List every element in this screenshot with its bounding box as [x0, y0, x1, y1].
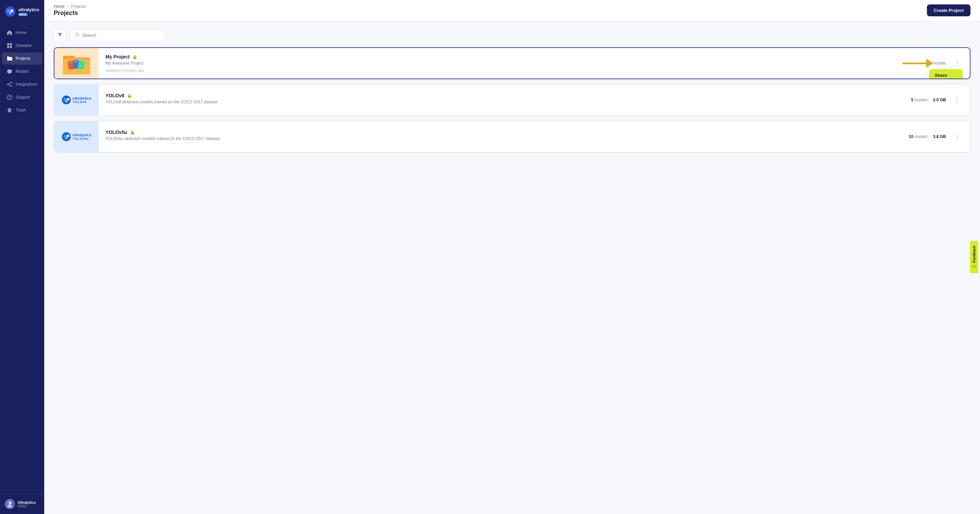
lock-icon-yolov5u: 🔒 — [130, 130, 135, 135]
svg-point-20 — [75, 33, 79, 36]
card-title-row-yolov8: YOLOv8 🔒 — [105, 93, 897, 98]
dropdown-share[interactable]: Share — [929, 69, 963, 79]
more-button-yolov5u[interactable]: ⋮ — [951, 132, 963, 141]
feedback-icon: ☺ — [972, 265, 976, 268]
more-button-my-project[interactable]: ⋮ — [951, 59, 963, 68]
svg-line-13 — [8, 85, 11, 86]
sidebar-item-models[interactable]: Models — [2, 65, 42, 78]
sidebar-item-datasets[interactable]: Datasets — [2, 40, 42, 52]
top-bar: Home > Projects Projects Create Project — [44, 0, 980, 21]
home-icon — [7, 30, 12, 35]
projects-icon — [7, 56, 12, 61]
project-card-yolov5u[interactable]: ultralytics YOLOv5u YOLOv5u 🔒 YOLOv5u de… — [54, 121, 970, 152]
project-card-yolov8[interactable]: ultralytics YOLOv8 YOLOv8 🔒 YOLOv8 detec… — [54, 84, 970, 116]
toolbar — [54, 29, 970, 41]
sidebar-item-support[interactable]: ? Support — [2, 91, 42, 103]
sidebar-item-home-label: Home — [16, 30, 27, 35]
sidebar-item-integrations[interactable]: Integrations — [2, 78, 42, 90]
models-icon — [7, 69, 12, 74]
brand-name: ultralytics — [18, 7, 39, 13]
card-title-yolov8: YOLOv8 — [105, 93, 124, 98]
arrow-head — [926, 59, 933, 68]
feedback-label: Feedback — [972, 246, 976, 263]
sidebar: ultralytics BETA Home Datasets Projects — [0, 0, 44, 514]
content-area: My Project 🔒 My Awesome Project Updated … — [44, 21, 980, 514]
trash-icon — [7, 108, 12, 113]
svg-marker-8 — [7, 69, 12, 74]
search-input[interactable] — [82, 33, 160, 38]
feedback-tab-wrapper: ☺ Feedback — [970, 241, 978, 273]
context-menu: Share Edit Delete — [929, 69, 963, 79]
header-left: Home > Projects Projects — [54, 4, 86, 17]
svg-point-3 — [9, 12, 11, 14]
sidebar-item-trash[interactable]: Trash — [2, 104, 42, 116]
card-thumbnail-yolov8: ultralytics YOLOv8 — [54, 85, 99, 115]
svg-rect-5 — [10, 43, 12, 45]
sidebar-item-trash-label: Trash — [16, 108, 26, 113]
create-project-button[interactable]: Create Project — [927, 5, 970, 16]
support-icon: ? — [7, 95, 12, 100]
user-info: Ultralytics FREE — [5, 499, 40, 509]
feedback-tab[interactable]: ☺ Feedback — [970, 241, 978, 273]
card-actions-yolov8: 5 models 2.0 GB ⋮ — [904, 95, 970, 105]
main-content: Home > Projects Projects Create Project — [44, 0, 980, 514]
integrations-icon — [7, 82, 12, 87]
sidebar-item-home[interactable]: Home — [2, 27, 42, 39]
lock-icon-my-project: 🔒 — [132, 54, 137, 59]
card-thumbnail-my-project — [54, 48, 99, 79]
project-card-my-project[interactable]: My Project 🔒 My Awesome Project Updated … — [54, 47, 970, 79]
card-thumbnail-yolov5u: ultralytics YOLOv5u — [54, 121, 99, 152]
card-body-yolov5u: YOLOv5u 🔒 YOLOv5u detection models train… — [99, 124, 902, 149]
filter-icon — [57, 32, 62, 37]
arrow-line — [902, 63, 926, 64]
svg-point-18 — [8, 503, 10, 504]
svg-rect-28 — [69, 62, 70, 63]
share-arrow — [902, 59, 933, 68]
sidebar-item-projects[interactable]: Projects — [2, 52, 42, 65]
page-title: Projects — [54, 10, 86, 17]
models-count-yolov8: 5 models — [911, 98, 928, 102]
nav-items: Home Datasets Projects Models Integratio… — [0, 24, 44, 494]
search-box — [70, 30, 165, 41]
user-plan: FREE — [18, 504, 36, 508]
card-actions-yolov5u: 10 models 3.8 GB ⋮ — [902, 132, 970, 141]
lock-icon-yolov8: 🔒 — [127, 93, 132, 98]
filter-button[interactable] — [54, 29, 66, 41]
svg-point-39 — [65, 137, 67, 140]
ultralytics-logo-icon — [5, 6, 16, 17]
svg-rect-27 — [78, 60, 85, 69]
sidebar-item-projects-label: Projects — [16, 56, 30, 61]
sidebar-bottom: Ultralytics FREE — [0, 494, 44, 514]
breadcrumb-separator: > — [67, 4, 69, 9]
svg-point-35 — [65, 101, 67, 103]
card-title-yolov5u: YOLOv5u — [105, 130, 127, 135]
models-count-yolov5u: 10 models — [909, 134, 928, 139]
sidebar-item-integrations-label: Integrations — [16, 82, 37, 87]
yolov8-sub-label: YOLOv8 — [72, 100, 91, 104]
card-desc-yolov8: YOLOv8 detection models trained on the C… — [105, 100, 897, 105]
svg-rect-7 — [10, 46, 12, 48]
svg-point-17 — [8, 504, 13, 508]
svg-point-10 — [11, 82, 12, 83]
svg-point-34 — [67, 98, 69, 101]
card-title-my-project: My Project — [105, 54, 130, 59]
card-meta-my-project: Updated 5 minutes ago — [105, 68, 916, 72]
svg-rect-6 — [7, 46, 9, 48]
breadcrumb-home[interactable]: Home — [54, 4, 65, 9]
svg-rect-29 — [70, 62, 72, 63]
card-desc-yolov5u: YOLOv5u detection models trained on the … — [105, 136, 895, 141]
svg-point-0 — [5, 6, 15, 17]
datasets-icon — [7, 43, 12, 48]
size-badge-yolov8: 2.0 GB — [933, 98, 946, 102]
more-button-yolov8[interactable]: ⋮ — [951, 95, 963, 105]
svg-point-38 — [67, 135, 69, 137]
avatar — [5, 499, 15, 509]
svg-rect-30 — [75, 62, 75, 62]
sidebar-item-models-label: Models — [16, 69, 29, 74]
breadcrumb-current: Projects — [71, 4, 86, 9]
user-details: Ultralytics FREE — [18, 500, 36, 508]
card-title-row-my-project: My Project 🔒 — [105, 54, 916, 59]
svg-rect-31 — [76, 62, 77, 62]
user-name: Ultralytics — [18, 500, 36, 504]
logo: ultralytics BETA — [0, 0, 44, 24]
